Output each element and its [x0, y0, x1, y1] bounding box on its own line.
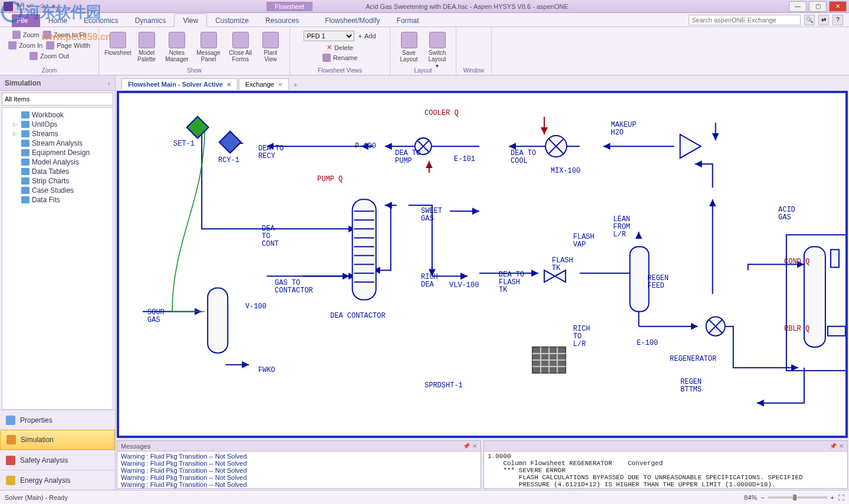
label-acid-gas: ACID GAS [778, 206, 795, 222]
tab-customize[interactable]: Customize [207, 14, 257, 27]
notes-manager-button[interactable]: Notes Manager [161, 29, 193, 65]
label-dea-to-cont: DEA TO CONT [262, 225, 279, 249]
tree-node-data-tables[interactable]: Data Tables [5, 167, 110, 176]
zoom-out-button[interactable]: Zoom Out [29, 52, 69, 60]
trace-body[interactable]: 1.0000 Column Flowsheet REGENERATOR Conv… [484, 452, 847, 488]
label-e101: E-101 [454, 156, 475, 163]
tab-dynamics[interactable]: Dynamics [127, 14, 175, 27]
pane-pin-icon[interactable]: 📌 [830, 443, 837, 449]
window-title: Acid Gas Sweetening with DEA.hsc - Aspen… [366, 3, 568, 10]
nav-filter-input[interactable] [2, 93, 113, 106]
doc-tab-exchange[interactable]: Exchange✕ [239, 78, 289, 90]
tab-resources[interactable]: Resources [257, 14, 307, 27]
close-tab-icon[interactable]: ✕ [226, 81, 231, 88]
page-width-button[interactable]: Page Width [46, 41, 90, 50]
svg-rect-20 [828, 327, 845, 336]
status-text: Solver (Main) - Ready [5, 494, 68, 501]
navigation-panel: Simulation‹ Workbook ▷UnitOps ▷Streams S… [0, 75, 116, 490]
tab-format[interactable]: Format [389, 14, 427, 27]
message-panel-button[interactable]: Message Panel [193, 29, 225, 65]
messages-body[interactable]: Warning : Fluid Pkg Transition -- Not So… [117, 452, 481, 488]
close-button[interactable]: ✕ [829, 1, 847, 12]
simulation-icon [6, 435, 16, 444]
flask-icon [6, 416, 15, 425]
save-layout-icon [401, 32, 417, 48]
add-view-button[interactable]: +Add [358, 32, 376, 39]
label-mix100: MIX-100 [551, 167, 580, 175]
page-width-icon [46, 41, 54, 50]
exchange-button[interactable]: ⇄ [818, 15, 829, 25]
svg-rect-4 [208, 288, 228, 353]
tab-flowsheet-modify[interactable]: Flowsheet/Modify [317, 14, 388, 27]
rename-icon [323, 54, 331, 62]
group-fsv-label: Flowsheet Views [290, 67, 390, 74]
window-opt1-icon[interactable] [469, 31, 479, 39]
pane-close-icon[interactable]: ✕ [472, 443, 477, 449]
search-button[interactable]: 🔍 [804, 15, 815, 25]
label-regenerator: REGENERATOR [670, 355, 716, 363]
tree-node-strip-charts[interactable]: Strip Charts [5, 176, 110, 186]
close-all-forms-button[interactable]: Close All Forms [225, 29, 257, 65]
tree-node-data-fits[interactable]: Data Fits [5, 195, 110, 205]
close-tab-icon[interactable]: ✕ [278, 81, 282, 88]
minimize-button[interactable]: — [789, 1, 807, 12]
env-simulation[interactable]: Simulation [0, 430, 115, 450]
add-tab-button[interactable]: + [290, 80, 301, 90]
label-dea-contactor: DEA CONTACTOR [330, 312, 386, 320]
label-regen-feed: REGEN FEED [647, 275, 669, 290]
pfd-select[interactable]: PFD 1 [304, 31, 354, 41]
tree-node-model-analysis[interactable]: Model Analysis [5, 157, 110, 167]
zoom-in-icon [8, 41, 17, 50]
energy-icon [6, 476, 15, 485]
switch-layout-icon [429, 32, 446, 48]
switch-layout-button[interactable]: Switch Layout ▾ [423, 29, 452, 71]
tree-node-case-studies[interactable]: Case Studies [5, 186, 110, 195]
watermark-url: www.pc0359.cn [41, 32, 111, 42]
save-layout-button[interactable]: Save Layout [395, 29, 423, 71]
rename-view-button[interactable]: Rename [323, 54, 358, 62]
fit-icon[interactable]: ⛶ [838, 494, 844, 501]
group-zoom-label: Zoom [0, 67, 98, 74]
message-line: Warning : Fluid Pkg Transition -- Not So… [121, 460, 477, 467]
collapse-nav-icon[interactable]: ‹ [108, 80, 110, 87]
plant-view-button[interactable]: Plant View [256, 29, 285, 65]
safety-icon [6, 456, 15, 465]
env-safety[interactable]: Safety Analysis [0, 450, 115, 470]
title-bar: 💾 ↶ ↷ ▾ Flowsheet Acid Gas Sweetening wi… [0, 0, 849, 13]
label-rcy1: RCY-1 [218, 157, 239, 164]
zoom-out-icon[interactable]: − [761, 494, 764, 501]
label-flash-vap: FLASH VAP [573, 233, 594, 249]
tree-node-unitops[interactable]: ▷UnitOps [5, 120, 110, 129]
environment-switcher: Properties Simulation Safety Analysis En… [0, 410, 115, 490]
tree-node-equipment-design[interactable]: Equipment Design [5, 148, 110, 157]
help-button[interactable]: ? [832, 15, 843, 25]
env-energy[interactable]: Energy Analysis [0, 470, 115, 490]
flowsheet-canvas[interactable]: SET-1 RCY-1 DEA TO RECY DEA TO CONT PUMP… [117, 91, 848, 438]
nav-tree[interactable]: Workbook ▷UnitOps ▷Streams Stream Analys… [2, 107, 113, 410]
env-properties[interactable]: Properties [0, 410, 115, 430]
model-palette-button[interactable]: Model Palette [132, 29, 161, 65]
pane-close-icon[interactable]: ✕ [839, 443, 844, 449]
doc-tab-flowsheet-main[interactable]: Flowsheet Main - Solver Active✕ [121, 78, 238, 90]
message-panels: Messages📌✕ Warning : Fluid Pkg Transitio… [117, 440, 848, 489]
tab-view[interactable]: View [174, 14, 207, 27]
zoom-button[interactable]: Zoom [12, 31, 40, 39]
label-dea-to-pump: DEA TO PUMP [395, 150, 420, 165]
zoom-in-icon[interactable]: + [831, 494, 834, 501]
ribbon: Zoom Zoom to Fit Zoom In Page Width Zoom… [0, 27, 849, 75]
window-opt2-icon[interactable] [469, 40, 479, 48]
search-input[interactable] [689, 15, 801, 25]
zoom-in-button[interactable]: Zoom In [8, 41, 42, 50]
pane-pin-icon[interactable]: 📌 [463, 443, 470, 449]
flowsheet-icon [110, 32, 126, 48]
group-window-label: Window [456, 67, 491, 74]
pfd-svg [119, 93, 845, 424]
tree-node-stream-analysis[interactable]: Stream Analysis [5, 139, 110, 148]
delete-view-button[interactable]: ✕Delete [327, 44, 353, 51]
tree-node-workbook[interactable]: Workbook [5, 110, 110, 120]
label-fwko: FWKO [258, 367, 275, 374]
tree-node-streams[interactable]: ▷Streams [5, 129, 110, 139]
restore-button[interactable]: ▢ [809, 1, 827, 12]
svg-rect-15 [630, 246, 649, 311]
zoom-slider[interactable] [768, 496, 827, 499]
